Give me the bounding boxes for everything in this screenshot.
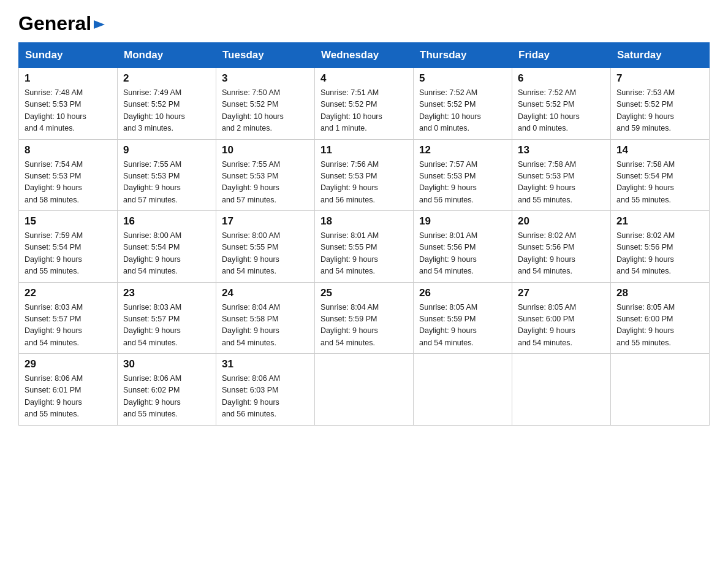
day-number: 2 bbox=[123, 72, 210, 85]
day-info: Sunrise: 8:00 AMSunset: 5:55 PMDaylight:… bbox=[222, 230, 309, 278]
day-info: Sunrise: 7:58 AMSunset: 5:54 PMDaylight:… bbox=[616, 159, 703, 207]
day-number: 23 bbox=[123, 287, 210, 299]
day-info: Sunrise: 7:57 AMSunset: 5:53 PMDaylight:… bbox=[419, 159, 506, 207]
calendar-cell: 21Sunrise: 8:02 AMSunset: 5:56 PMDayligh… bbox=[611, 211, 710, 283]
week-row-2: 8Sunrise: 7:54 AMSunset: 5:53 PMDaylight… bbox=[19, 139, 710, 211]
day-number: 13 bbox=[518, 144, 605, 156]
calendar-cell: 10Sunrise: 7:55 AMSunset: 5:53 PMDayligh… bbox=[216, 139, 315, 211]
calendar-cell bbox=[315, 354, 414, 426]
svg-marker-0 bbox=[94, 20, 105, 29]
calendar-cell: 9Sunrise: 7:55 AMSunset: 5:53 PMDaylight… bbox=[118, 139, 216, 211]
day-info: Sunrise: 7:55 AMSunset: 5:53 PMDaylight:… bbox=[123, 159, 210, 207]
day-info: Sunrise: 8:00 AMSunset: 5:54 PMDaylight:… bbox=[123, 230, 210, 278]
calendar-cell: 27Sunrise: 8:05 AMSunset: 6:00 PMDayligh… bbox=[512, 282, 611, 354]
logo: General bbox=[18, 12, 106, 31]
calendar-cell: 19Sunrise: 8:01 AMSunset: 5:56 PMDayligh… bbox=[414, 211, 512, 283]
calendar-cell: 23Sunrise: 8:03 AMSunset: 5:57 PMDayligh… bbox=[118, 282, 216, 354]
day-number: 9 bbox=[123, 144, 210, 156]
day-info: Sunrise: 8:05 AMSunset: 6:00 PMDaylight:… bbox=[518, 302, 605, 350]
logo-general: General bbox=[18, 12, 91, 35]
week-row-1: 1Sunrise: 7:48 AMSunset: 5:53 PMDaylight… bbox=[19, 68, 710, 140]
day-number: 28 bbox=[616, 287, 703, 299]
day-number: 26 bbox=[419, 287, 506, 299]
day-info: Sunrise: 8:02 AMSunset: 5:56 PMDaylight:… bbox=[616, 230, 703, 278]
day-info: Sunrise: 8:04 AMSunset: 5:59 PMDaylight:… bbox=[320, 302, 408, 350]
day-info: Sunrise: 7:59 AMSunset: 5:54 PMDaylight:… bbox=[25, 230, 112, 278]
day-info: Sunrise: 7:49 AMSunset: 5:52 PMDaylight:… bbox=[123, 87, 210, 135]
day-info: Sunrise: 7:58 AMSunset: 5:53 PMDaylight:… bbox=[518, 159, 605, 207]
calendar-cell: 29Sunrise: 8:06 AMSunset: 6:01 PMDayligh… bbox=[19, 354, 118, 426]
weekday-header-saturday: Saturday bbox=[611, 43, 710, 68]
day-info: Sunrise: 8:04 AMSunset: 5:58 PMDaylight:… bbox=[222, 302, 309, 350]
day-number: 24 bbox=[222, 287, 309, 299]
day-number: 4 bbox=[320, 72, 408, 85]
day-info: Sunrise: 7:48 AMSunset: 5:53 PMDaylight:… bbox=[25, 87, 112, 135]
calendar-cell: 15Sunrise: 7:59 AMSunset: 5:54 PMDayligh… bbox=[19, 211, 118, 283]
calendar-cell: 25Sunrise: 8:04 AMSunset: 5:59 PMDayligh… bbox=[315, 282, 414, 354]
day-number: 10 bbox=[222, 144, 309, 156]
weekday-header-sunday: Sunday bbox=[19, 43, 118, 68]
day-number: 31 bbox=[222, 358, 309, 370]
day-number: 21 bbox=[616, 215, 703, 228]
week-row-4: 22Sunrise: 8:03 AMSunset: 5:57 PMDayligh… bbox=[19, 282, 710, 354]
weekday-header-tuesday: Tuesday bbox=[216, 43, 315, 68]
calendar-cell: 18Sunrise: 8:01 AMSunset: 5:55 PMDayligh… bbox=[315, 211, 414, 283]
day-number: 3 bbox=[222, 72, 309, 85]
calendar-cell: 12Sunrise: 7:57 AMSunset: 5:53 PMDayligh… bbox=[414, 139, 512, 211]
day-info: Sunrise: 7:52 AMSunset: 5:52 PMDaylight:… bbox=[518, 87, 605, 135]
weekday-header-friday: Friday bbox=[512, 43, 611, 68]
calendar-cell: 4Sunrise: 7:51 AMSunset: 5:52 PMDaylight… bbox=[315, 68, 414, 140]
day-number: 27 bbox=[518, 287, 605, 299]
calendar-cell: 5Sunrise: 7:52 AMSunset: 5:52 PMDaylight… bbox=[414, 68, 512, 140]
calendar-cell bbox=[414, 354, 512, 426]
day-number: 25 bbox=[320, 287, 408, 299]
day-number: 11 bbox=[320, 144, 408, 156]
calendar-cell: 14Sunrise: 7:58 AMSunset: 5:54 PMDayligh… bbox=[611, 139, 710, 211]
logo-arrow-icon bbox=[93, 18, 106, 31]
calendar-cell: 16Sunrise: 8:00 AMSunset: 5:54 PMDayligh… bbox=[118, 211, 216, 283]
day-number: 8 bbox=[25, 144, 112, 156]
day-info: Sunrise: 7:51 AMSunset: 5:52 PMDaylight:… bbox=[320, 87, 408, 135]
calendar-cell: 17Sunrise: 8:00 AMSunset: 5:55 PMDayligh… bbox=[216, 211, 315, 283]
calendar-cell: 3Sunrise: 7:50 AMSunset: 5:52 PMDaylight… bbox=[216, 68, 315, 140]
day-info: Sunrise: 7:50 AMSunset: 5:52 PMDaylight:… bbox=[222, 87, 309, 135]
day-info: Sunrise: 8:05 AMSunset: 5:59 PMDaylight:… bbox=[419, 302, 506, 350]
day-number: 15 bbox=[25, 215, 112, 228]
day-info: Sunrise: 8:06 AMSunset: 6:02 PMDaylight:… bbox=[123, 373, 210, 421]
calendar-table: SundayMondayTuesdayWednesdayThursdayFrid… bbox=[18, 42, 710, 426]
day-info: Sunrise: 8:05 AMSunset: 6:00 PMDaylight:… bbox=[616, 302, 703, 350]
weekday-header-monday: Monday bbox=[118, 43, 216, 68]
day-number: 29 bbox=[25, 358, 112, 370]
calendar-cell: 24Sunrise: 8:04 AMSunset: 5:58 PMDayligh… bbox=[216, 282, 315, 354]
day-info: Sunrise: 8:03 AMSunset: 5:57 PMDaylight:… bbox=[25, 302, 112, 350]
day-info: Sunrise: 7:54 AMSunset: 5:53 PMDaylight:… bbox=[25, 159, 112, 207]
day-number: 7 bbox=[616, 72, 703, 85]
day-info: Sunrise: 7:53 AMSunset: 5:52 PMDaylight:… bbox=[616, 87, 703, 135]
weekday-header-wednesday: Wednesday bbox=[315, 43, 414, 68]
calendar-cell: 6Sunrise: 7:52 AMSunset: 5:52 PMDaylight… bbox=[512, 68, 611, 140]
calendar-cell bbox=[512, 354, 611, 426]
day-number: 20 bbox=[518, 215, 605, 228]
day-number: 5 bbox=[419, 72, 506, 85]
week-row-5: 29Sunrise: 8:06 AMSunset: 6:01 PMDayligh… bbox=[19, 354, 710, 426]
week-row-3: 15Sunrise: 7:59 AMSunset: 5:54 PMDayligh… bbox=[19, 211, 710, 283]
calendar-cell bbox=[611, 354, 710, 426]
calendar-cell: 30Sunrise: 8:06 AMSunset: 6:02 PMDayligh… bbox=[118, 354, 216, 426]
day-info: Sunrise: 8:01 AMSunset: 5:55 PMDaylight:… bbox=[320, 230, 408, 278]
calendar-cell: 1Sunrise: 7:48 AMSunset: 5:53 PMDaylight… bbox=[19, 68, 118, 140]
calendar-cell: 22Sunrise: 8:03 AMSunset: 5:57 PMDayligh… bbox=[19, 282, 118, 354]
day-info: Sunrise: 7:55 AMSunset: 5:53 PMDaylight:… bbox=[222, 159, 309, 207]
day-number: 18 bbox=[320, 215, 408, 228]
day-info: Sunrise: 8:06 AMSunset: 6:01 PMDaylight:… bbox=[25, 373, 112, 421]
day-info: Sunrise: 8:03 AMSunset: 5:57 PMDaylight:… bbox=[123, 302, 210, 350]
day-number: 19 bbox=[419, 215, 506, 228]
day-info: Sunrise: 7:56 AMSunset: 5:53 PMDaylight:… bbox=[320, 159, 408, 207]
calendar-cell: 31Sunrise: 8:06 AMSunset: 6:03 PMDayligh… bbox=[216, 354, 315, 426]
day-number: 12 bbox=[419, 144, 506, 156]
day-info: Sunrise: 8:02 AMSunset: 5:56 PMDaylight:… bbox=[518, 230, 605, 278]
day-info: Sunrise: 8:06 AMSunset: 6:03 PMDaylight:… bbox=[222, 373, 309, 421]
day-number: 6 bbox=[518, 72, 605, 85]
day-number: 1 bbox=[25, 72, 112, 85]
day-number: 30 bbox=[123, 358, 210, 370]
calendar-cell: 8Sunrise: 7:54 AMSunset: 5:53 PMDaylight… bbox=[19, 139, 118, 211]
